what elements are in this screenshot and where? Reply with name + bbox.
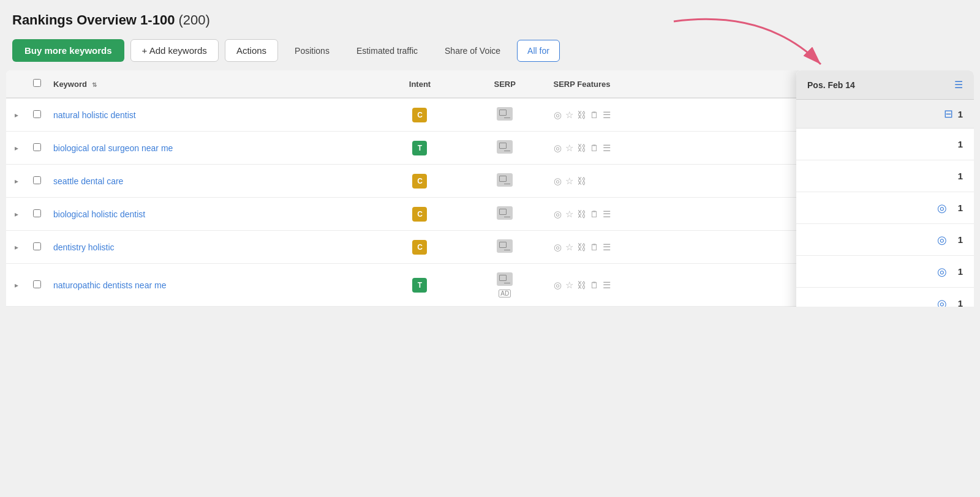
local-pack-overlay-icon: ◎: [937, 265, 947, 278]
overlay-title: Pos. Feb 14: [807, 80, 855, 90]
overlay-row: ◎1: [796, 224, 974, 256]
select-all-checkbox[interactable]: [33, 79, 41, 87]
doc-icon: 🗒: [590, 143, 599, 153]
intent-badge: C: [412, 174, 427, 189]
title-total: (200): [179, 12, 210, 28]
serp-icon: [497, 206, 513, 220]
ad-badge: AD: [499, 290, 511, 297]
tab-share-of-voice[interactable]: Share of Voice: [434, 40, 511, 62]
local-pack-overlay-icon: ◎: [937, 201, 947, 215]
row-checkbox[interactable]: [33, 176, 41, 184]
pin-icon: ◎: [554, 209, 562, 220]
keyword-link[interactable]: biological holistic dentist: [53, 209, 145, 219]
link-icon: ⛓: [577, 176, 586, 186]
overlay-header: Pos. Feb 14 ☰: [796, 70, 974, 100]
serp-features: ◎☆⛓🗒☰: [554, 280, 715, 291]
overlay-row: ◎1: [796, 256, 974, 288]
keyword-link[interactable]: seattle dental care: [53, 176, 123, 186]
title-range: 1-100: [140, 12, 175, 28]
keyword-link[interactable]: natural holistic dentist: [53, 110, 136, 120]
pin-icon: ◎: [554, 242, 562, 253]
intent-badge: C: [412, 240, 427, 255]
lines-icon: ☰: [603, 242, 611, 253]
overlay-col-icon: ⊟: [944, 107, 953, 121]
overlay-row-num: 1: [952, 266, 963, 277]
intent-badge: T: [412, 278, 427, 293]
actions-button[interactable]: Actions: [225, 39, 278, 62]
row-checkbox[interactable]: [33, 110, 41, 118]
serp-features: ◎☆⛓: [554, 176, 715, 187]
row-checkbox[interactable]: [33, 209, 41, 217]
tab-estimated-traffic[interactable]: Estimated traffic: [346, 40, 428, 62]
link-icon: ⛓: [577, 242, 586, 252]
serp-features: ◎☆⛓🗒☰: [554, 110, 715, 121]
overlay-row-num: 1: [952, 139, 963, 149]
th-intent: Intent: [377, 70, 462, 98]
th-keyword: Keyword ⇅: [47, 70, 377, 98]
expand-button[interactable]: ▸: [12, 110, 21, 121]
doc-icon: 🗒: [590, 280, 599, 290]
link-icon: ⛓: [577, 280, 586, 290]
link-icon: ⛓: [577, 110, 586, 120]
intent-badge: C: [412, 207, 427, 222]
overlay-panel: Pos. Feb 14 ☰ ⊟ 1 11◎1◎1◎1◎1: [796, 70, 974, 307]
serp-icon: [497, 173, 513, 187]
star-icon: ☆: [565, 242, 573, 253]
expand-button[interactable]: ▸: [12, 242, 21, 253]
tab-positions[interactable]: Positions: [284, 40, 340, 62]
overlay-row: ◎1: [796, 288, 974, 307]
toolbar: Buy more keywords + Add keywords Actions…: [0, 39, 980, 70]
add-keywords-button[interactable]: + Add keywords: [130, 39, 219, 62]
keyword-link[interactable]: biological oral surgeon near me: [53, 143, 173, 153]
expand-button[interactable]: ▸: [12, 280, 21, 291]
tab-all-for[interactable]: All for: [517, 40, 560, 62]
row-checkbox[interactable]: [33, 280, 41, 288]
overlay-col-num: 1: [958, 109, 963, 119]
local-pack-overlay-icon: ◎: [937, 233, 947, 247]
link-icon: ⛓: [577, 143, 586, 153]
keyword-link[interactable]: dentistry holistic: [53, 242, 115, 252]
serp-icon: [497, 107, 513, 121]
overlay-row-num: 1: [952, 171, 963, 181]
th-serp-features: SERP Features: [548, 70, 721, 98]
serp-features: ◎☆⛓🗒☰: [554, 143, 715, 154]
pin-icon: ◎: [554, 143, 562, 154]
title-text: Rankings Overview: [12, 12, 137, 28]
serp-icon: [497, 272, 513, 286]
link-icon: ⛓: [577, 209, 586, 219]
doc-icon: 🗒: [590, 242, 599, 252]
serp-features: ◎☆⛓🗒☰: [554, 242, 715, 253]
th-checkbox: [27, 70, 47, 98]
lines-icon: ☰: [603, 110, 611, 121]
th-serp: SERP: [462, 70, 548, 98]
serp-features: ◎☆⛓🗒☰: [554, 209, 715, 220]
pin-icon: ◎: [554, 110, 562, 121]
star-icon: ☆: [565, 110, 573, 121]
star-icon: ☆: [565, 176, 573, 187]
keyword-link[interactable]: naturopathic dentists near me: [53, 280, 166, 290]
th-expand: [6, 70, 27, 98]
intent-badge: T: [412, 141, 427, 155]
overlay-row-num: 1: [952, 234, 963, 245]
row-checkbox[interactable]: [33, 242, 41, 250]
doc-icon: 🗒: [590, 209, 599, 219]
expand-button[interactable]: ▸: [12, 143, 21, 154]
row-checkbox[interactable]: [33, 143, 41, 151]
overlay-menu-icon[interactable]: ☰: [954, 79, 963, 91]
lines-icon: ☰: [603, 209, 611, 220]
intent-badge: C: [412, 108, 427, 122]
serp-icon: [497, 140, 513, 154]
star-icon: ☆: [565, 280, 573, 291]
lines-icon: ☰: [603, 280, 611, 291]
expand-button[interactable]: ▸: [12, 209, 21, 220]
overlay-rows: 11◎1◎1◎1◎1: [796, 129, 974, 307]
pin-icon: ◎: [554, 280, 562, 291]
overlay-col-header: ⊟ 1: [796, 100, 974, 129]
serp-icon: [497, 239, 513, 253]
overlay-row: ◎1: [796, 192, 974, 224]
overlay-row: 1: [796, 129, 974, 160]
buy-more-keywords-button[interactable]: Buy more keywords: [12, 39, 124, 62]
keyword-sort-icon[interactable]: ⇅: [92, 81, 97, 88]
star-icon: ☆: [565, 209, 573, 220]
expand-button[interactable]: ▸: [12, 176, 21, 187]
